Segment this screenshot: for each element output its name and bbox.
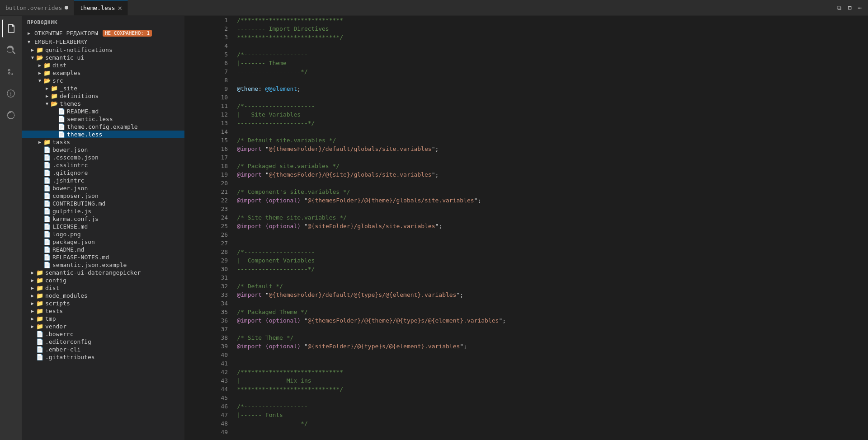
tree-item[interactable]: ▼📂src — [22, 77, 184, 84]
tree-item-label: bower.json — [52, 146, 88, 153]
tree-item[interactable]: 📄semantic.less — [22, 115, 184, 123]
file-icon: 📄 — [43, 192, 51, 199]
folder-icon: 📁 — [36, 308, 43, 314]
folder-icon: 📁 — [43, 139, 51, 145]
tree-item[interactable]: ▶📁semantic-ui-daterangepicker — [22, 269, 184, 276]
chevron-icon: ▼ — [43, 101, 51, 106]
tree-item-label: examples — [52, 70, 81, 76]
tab-button-overrides[interactable]: button.overrides — [0, 0, 74, 15]
sidebar-header: ПРОВОДНИК — [22, 16, 184, 29]
code-line: @import "@{themesFolder}/@{site}/globals… — [235, 170, 868, 179]
tree-item[interactable]: ▶📁examples — [22, 69, 184, 77]
layout-icon[interactable]: ⊟ — [846, 3, 853, 12]
file-icon: 📄 — [36, 354, 43, 360]
file-icon: 📄 — [43, 262, 51, 268]
tree-item-label: composer.json — [52, 192, 99, 199]
tree-item-label: LICENSE.md — [52, 223, 88, 230]
tab-close-icon[interactable]: ✕ — [118, 5, 123, 12]
code-line: /* Site Theme */ — [235, 333, 868, 342]
folder-icon: 📂 — [36, 54, 43, 61]
code-line: |------------ Mix-ins — [235, 376, 868, 385]
tree-item[interactable]: 📄.gitignore — [22, 169, 184, 177]
debug-icon[interactable] — [2, 84, 20, 103]
tree-item[interactable]: 📄package.json — [22, 238, 184, 246]
tree-item[interactable]: 📄composer.json — [22, 192, 184, 200]
line-number: 30 — [184, 265, 235, 273]
tree-item[interactable]: ▶📁tmp — [22, 315, 184, 323]
tree-item[interactable]: 📄.ember-cli — [22, 346, 184, 353]
tree-item[interactable]: ▶📁node_modules — [22, 292, 184, 300]
tree-item[interactable]: 📄bower.json — [22, 146, 184, 154]
sidebar: ПРОВОДНИК ▶ ОТКРЫТЫЕ РЕДАКТОРЫ НЕ СОХРАН… — [22, 16, 184, 440]
file-icon: 📄 — [43, 254, 51, 261]
line-number: 17 — [184, 153, 235, 162]
editor-area: 1/*****************************2--------… — [184, 16, 868, 440]
tree-item[interactable]: 📄README.md — [22, 108, 184, 115]
file-icon: 📄 — [58, 108, 65, 115]
tree-item[interactable]: 📄.jshintrc — [22, 177, 184, 184]
tree-item[interactable]: ▶📁tests — [22, 307, 184, 315]
project-section[interactable]: ▼ EMBER-FLEXBERRY — [22, 37, 184, 46]
tree-item[interactable]: 📄logo.png — [22, 230, 184, 238]
tree-item[interactable]: 📄LICENSE.md — [22, 223, 184, 230]
code-line — [235, 351, 868, 359]
code-line: |------ Fonts — [235, 411, 868, 419]
tree-item[interactable]: 📄.editorconfig — [22, 338, 184, 346]
chevron-icon: ▶ — [36, 140, 43, 145]
tree-item[interactable]: ▶📁dist — [22, 284, 184, 292]
code-line: @import (optional) "@{themesFolder}/@{th… — [235, 196, 868, 205]
folder-icon: 📂 — [43, 77, 51, 84]
tree-item[interactable]: ▶📁dist — [22, 61, 184, 69]
code-line: /*------------------ — [235, 50, 868, 59]
tree-item[interactable]: 📄theme.config.example — [22, 123, 184, 131]
tree-item[interactable]: 📄.csslintrc — [22, 161, 184, 169]
line-number: 40 — [184, 351, 235, 359]
tree-item[interactable]: ▼📂semantic-ui — [22, 54, 184, 61]
tree-item[interactable]: ▶📁qunit-notifications — [22, 46, 184, 54]
extensions-icon[interactable] — [2, 106, 20, 124]
tree-item[interactable]: ▶📁definitions — [22, 92, 184, 100]
folder-icon: 📁 — [43, 70, 51, 76]
tree-item[interactable]: 📄RELEASE-NOTES.md — [22, 253, 184, 261]
tree-item[interactable]: 📄bower.json — [22, 184, 184, 192]
tree-item[interactable]: 📄karma.conf.js — [22, 215, 184, 223]
tree-item[interactable]: 📄gulpfile.js — [22, 207, 184, 215]
code-line: /* Component's site.variables */ — [235, 187, 868, 196]
tree-item[interactable]: 📄.csscomb.json — [22, 154, 184, 161]
line-number: 13 — [184, 119, 235, 127]
source-control-icon[interactable] — [2, 63, 20, 81]
search-activity-icon[interactable] — [2, 41, 20, 59]
code-line: /*-------------------- — [235, 248, 868, 256]
tree-item[interactable]: ▶📁_site — [22, 84, 184, 92]
chevron-icon: ▶ — [43, 86, 51, 91]
tree-item[interactable]: 📄README.md — [22, 246, 184, 253]
tree-item[interactable]: 📄theme.less — [22, 131, 184, 138]
tree-item-label: logo.png — [52, 231, 81, 238]
tree-item[interactable]: 📄CONTRIBUTING.md — [22, 200, 184, 207]
code-line — [235, 273, 868, 282]
tree-item[interactable]: ▶📁scripts — [22, 300, 184, 307]
editor-content[interactable]: 1/*****************************2--------… — [184, 16, 868, 440]
tree-item[interactable]: 📄semantic.json.example — [22, 261, 184, 269]
folder-icon: 📁 — [36, 47, 43, 53]
tree-item[interactable]: ▶📁tasks — [22, 138, 184, 146]
line-number: 27 — [184, 239, 235, 248]
tree-item[interactable]: ▶📁config — [22, 276, 184, 284]
tab-theme-less[interactable]: theme.less ✕ — [74, 0, 128, 15]
tree-item-label: RELEASE-NOTES.md — [52, 254, 109, 261]
open-editors-section[interactable]: ▶ ОТКРЫТЫЕ РЕДАКТОРЫ НЕ СОХРАНЕНО: 1 — [22, 29, 184, 37]
code-line — [235, 76, 868, 84]
tree-item[interactable]: ▶📁vendor — [22, 323, 184, 330]
more-icon[interactable]: ⋯ — [856, 3, 863, 12]
folder-icon: 📁 — [36, 323, 43, 330]
folder-icon: 📂 — [51, 100, 58, 107]
tree-item[interactable]: 📄.gitattributes — [22, 353, 184, 361]
tree-item[interactable]: ▼📂themes — [22, 100, 184, 108]
split-editor-icon[interactable]: ⧉ — [835, 3, 843, 13]
line-number: 45 — [184, 393, 235, 402]
tree-item-label: bower.json — [52, 185, 88, 192]
code-line — [235, 325, 868, 333]
tree-item[interactable]: 📄.bowerrc — [22, 330, 184, 338]
explorer-icon[interactable] — [2, 19, 20, 37]
tab-bar: button.overrides theme.less ✕ ⧉ ⊟ ⋯ — [0, 0, 868, 16]
